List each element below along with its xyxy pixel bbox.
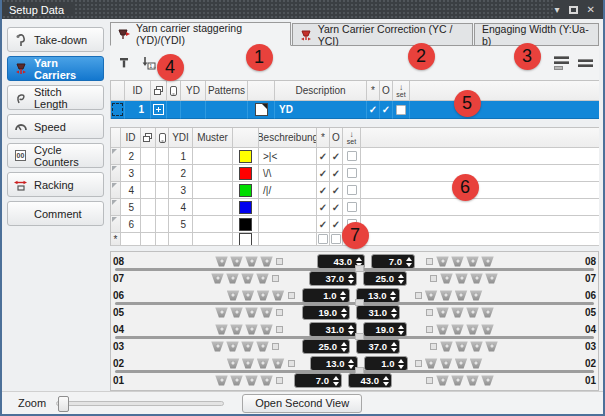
yarn-carrier-icon[interactable] (470, 290, 483, 301)
carrier-handle[interactable] (272, 275, 279, 282)
ydi-table-row[interactable]: 32\/\✓✓ (111, 165, 599, 182)
carrier-handle[interactable] (288, 292, 295, 299)
yarn-carrier-icon[interactable] (241, 273, 254, 284)
spin-up-icon[interactable] (348, 359, 354, 363)
cell-ydi[interactable]: 3 (169, 182, 193, 199)
spin-down-icon[interactable] (348, 365, 354, 369)
set-checkbox[interactable] (347, 168, 357, 178)
left-value-spinner[interactable]: 31.0 (309, 322, 357, 337)
yarn-carrier-icon[interactable] (215, 375, 228, 386)
cell-id[interactable]: 1 (125, 101, 151, 119)
color-swatch[interactable] (239, 218, 252, 231)
filter-icon[interactable] (115, 54, 133, 72)
tab-2[interactable]: Yarn Carrier Correction (YC / YCI) (292, 23, 473, 45)
cell-o[interactable]: ✓ (330, 148, 343, 165)
set-checkbox[interactable] (347, 202, 357, 212)
cell-id[interactable]: 6 (121, 216, 141, 233)
spin-down-icon[interactable] (391, 348, 397, 352)
yarn-carrier-icon[interactable] (260, 307, 273, 318)
yarn-carrier-icon[interactable] (455, 273, 468, 284)
cell-muster[interactable] (193, 233, 233, 246)
cell-star[interactable]: ✓ (317, 165, 330, 182)
cell-swatch[interactable] (248, 101, 275, 119)
spin-down-icon[interactable] (390, 297, 396, 301)
cell-id[interactable]: 2 (121, 148, 141, 165)
sidebar-item-stitch-length[interactable]: Stitch Length (7, 85, 104, 110)
cell-muster[interactable] (193, 199, 233, 216)
right-value-spinner[interactable]: 19.0 (363, 322, 407, 337)
sidebar-item-take-down[interactable]: Take-down (7, 27, 104, 52)
yarn-carrier-icon[interactable] (230, 256, 243, 267)
pattern-swatch[interactable] (255, 103, 268, 116)
yarn-carrier-icon[interactable] (256, 273, 269, 284)
new-row-marker[interactable]: * (111, 233, 121, 246)
cell-swatch[interactable] (233, 148, 259, 165)
yarn-carrier-icon[interactable] (440, 290, 453, 301)
yarn-carrier-icon[interactable] (242, 290, 255, 301)
cell-device[interactable] (156, 216, 169, 233)
cell-o[interactable]: ✓ (330, 216, 343, 233)
yarn-carrier-icon[interactable] (227, 358, 240, 369)
yarn-carrier-icon[interactable] (470, 273, 483, 284)
cell-device[interactable] (156, 165, 169, 182)
set-checkbox[interactable] (347, 151, 357, 161)
spin-up-icon[interactable] (356, 257, 362, 261)
left-value-spinner[interactable]: 19.0 (302, 305, 350, 320)
right-value-spinner[interactable]: 37.0 (356, 339, 400, 354)
carrier-handle[interactable] (288, 360, 295, 367)
cell-merge[interactable] (141, 182, 156, 199)
spinner-arrows[interactable] (398, 359, 407, 369)
zoom-slider[interactable] (56, 401, 224, 406)
sidebar-item-yarn-carriers[interactable]: Yarn Carriers (7, 56, 104, 81)
row-selector[interactable] (111, 165, 121, 182)
yarn-carrier-icon[interactable] (440, 341, 453, 352)
spinner-arrows[interactable] (397, 325, 406, 335)
yarn-carrier-icon[interactable] (466, 324, 479, 335)
cell-ydi[interactable] (169, 233, 193, 246)
yarn-carrier-icon[interactable] (230, 307, 243, 318)
color-swatch[interactable] (239, 201, 252, 214)
yarn-carrier-icon[interactable] (260, 256, 273, 267)
yarn-carrier-icon[interactable] (436, 307, 449, 318)
cell-muster[interactable] (193, 182, 233, 199)
cell-swatch[interactable] (233, 233, 259, 246)
spinner-arrows[interactable] (340, 342, 349, 352)
right-value-spinner[interactable]: 1.0 (364, 356, 408, 371)
set-checkbox[interactable] (396, 105, 406, 115)
spin-up-icon[interactable] (333, 376, 339, 380)
spin-down-icon[interactable] (391, 314, 397, 318)
cell-merge[interactable] (141, 233, 156, 246)
yarn-carrier-icon[interactable] (451, 307, 464, 318)
carrier-handle[interactable] (415, 292, 422, 299)
yarn-carrier-icon[interactable] (215, 307, 228, 318)
cell-set[interactable] (343, 165, 361, 182)
yarn-carrier-icon[interactable] (440, 273, 453, 284)
yarn-carrier-icon[interactable] (215, 324, 228, 335)
spinner-arrows[interactable] (382, 376, 391, 386)
yarn-carrier-icon[interactable] (466, 256, 479, 267)
yarn-carrier-icon[interactable] (455, 341, 468, 352)
left-value-spinner[interactable]: 1.0 (302, 288, 350, 303)
cell-device[interactable] (167, 101, 181, 119)
cell-beschreibung[interactable] (259, 233, 317, 246)
spin-up-icon[interactable] (390, 291, 396, 295)
spin-up-icon[interactable] (341, 308, 347, 312)
yarn-carrier-icon[interactable] (440, 358, 453, 369)
spinner-arrows[interactable] (397, 274, 406, 284)
row-selector[interactable] (111, 199, 121, 216)
spin-down-icon[interactable] (383, 382, 389, 386)
color-swatch[interactable] (239, 233, 252, 246)
color-swatch[interactable] (239, 167, 252, 180)
yarn-carrier-icon[interactable] (211, 273, 224, 284)
spinner-arrows[interactable] (340, 308, 349, 318)
carrier-handle[interactable] (426, 258, 433, 265)
yarn-carrier-icon[interactable] (272, 290, 285, 301)
cell-merge[interactable] (141, 148, 156, 165)
spin-down-icon[interactable] (340, 297, 346, 301)
yarn-carrier-icon[interactable] (215, 256, 228, 267)
yarn-carrier-icon[interactable] (230, 324, 243, 335)
yarn-carrier-icon[interactable] (481, 375, 494, 386)
cell-beschreibung[interactable] (259, 216, 317, 233)
spin-up-icon[interactable] (341, 342, 347, 346)
yarn-carrier-icon[interactable] (485, 273, 498, 284)
